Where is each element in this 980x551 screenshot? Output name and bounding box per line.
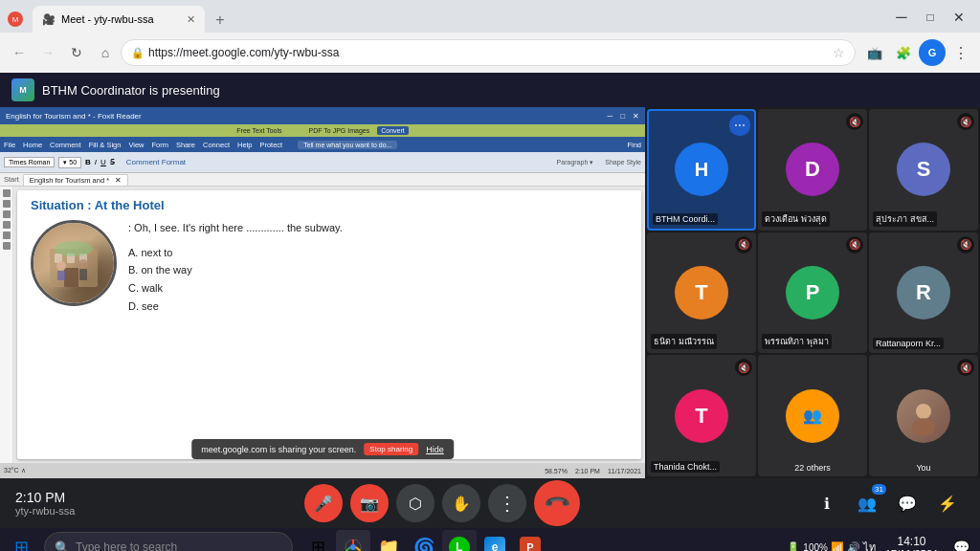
- find-button[interactable]: Find: [627, 141, 641, 149]
- info-button[interactable]: ℹ: [810, 486, 844, 520]
- menu-file[interactable]: File: [4, 141, 15, 149]
- participant-name-22others: 22 others: [794, 463, 831, 473]
- italic-button[interactable]: I: [95, 158, 97, 166]
- participant-options-icon[interactable]: ⋯: [729, 115, 750, 136]
- hide-link[interactable]: Hide: [426, 445, 444, 454]
- taskbar-app-edge[interactable]: 🌀: [407, 530, 441, 551]
- participant-muted-you: 🔇: [957, 359, 974, 376]
- word-document: English for Tourism and * - Foxit Reader…: [0, 107, 645, 478]
- word-page: Situation : At the Hotel: [0, 187, 645, 463]
- new-tab-button[interactable]: +: [207, 8, 234, 33]
- browser-navbar: ← → ↻ ⌂ 🔒 https://meet.google.com/yty-rw…: [0, 33, 980, 73]
- tool-icon-5[interactable]: [3, 231, 11, 239]
- hotel-image: [31, 220, 117, 306]
- participant-tile-bthm[interactable]: H ⋯ BTHM Coordi...: [647, 109, 756, 231]
- participant-avatar-p: P: [786, 266, 839, 320]
- cast-button[interactable]: 📺: [861, 39, 888, 66]
- more-options-button[interactable]: ⋮: [947, 39, 974, 66]
- strikethrough-button[interactable]: S̶: [110, 158, 115, 166]
- mute-button[interactable]: 🎤: [304, 484, 343, 522]
- present-button[interactable]: ⬡: [396, 484, 434, 522]
- address-bar[interactable]: 🔒 https://meet.google.com/yty-rwbu-ssa ☆: [121, 39, 856, 66]
- slide-text-area: : Oh, I see. It's right here ...........…: [128, 220, 628, 315]
- font-size-selector[interactable]: ▾ 50: [58, 157, 81, 168]
- end-call-button[interactable]: 📞: [524, 471, 590, 536]
- menu-connect[interactable]: Connect: [203, 141, 230, 149]
- participant-tile-thanida[interactable]: T 🔇 Thanida Chokt...: [647, 355, 756, 476]
- profile-button[interactable]: G: [919, 39, 946, 66]
- start-button[interactable]: ⊞: [2, 528, 40, 551]
- menu-home[interactable]: Home: [23, 141, 42, 149]
- taskbar-app-edge2[interactable]: e: [478, 530, 512, 551]
- tab-close-button[interactable]: ✕: [187, 13, 195, 26]
- more-options-meet-button[interactable]: ⋮: [488, 484, 526, 522]
- menu-protect[interactable]: Protect: [259, 141, 282, 149]
- font-selector[interactable]: Times Roman: [4, 157, 55, 167]
- tool-icon-2[interactable]: [3, 200, 11, 208]
- participant-avatar-d: D: [786, 143, 839, 196]
- maximize-button[interactable]: □: [917, 8, 944, 27]
- participant-tile-p[interactable]: P 🔇 พรรณทิภา พุลมา: [758, 232, 867, 354]
- convert-button[interactable]: Convert: [377, 126, 409, 135]
- participant-muted-p: 🔇: [846, 236, 863, 253]
- activities-button[interactable]: ⚡: [930, 486, 965, 520]
- taskbar-app-file-explorer[interactable]: 📁: [371, 530, 406, 551]
- raise-hand-button[interactable]: ✋: [442, 484, 480, 522]
- participant-tile-t[interactable]: T 🔇 ธนิดา มณีวรรณ: [647, 232, 756, 354]
- tab-title: Meet - yty-rwbu-ssa: [61, 13, 181, 25]
- clock-area[interactable]: 14:10 17/11/2564: [880, 535, 944, 551]
- nav-forward-button[interactable]: →: [34, 39, 61, 66]
- tell-me-box[interactable]: Tell me what you want to do...: [298, 141, 397, 149]
- slide-body-content: : Oh, I see. It's right here ...........…: [31, 220, 628, 315]
- svg-rect-4: [64, 268, 78, 287]
- menu-comment[interactable]: Comment: [50, 141, 81, 149]
- taskbar-app-powerpoint[interactable]: P: [513, 530, 547, 551]
- participant-tile-r[interactable]: R 🔇 Rattanaporn Kr...: [869, 232, 978, 354]
- meeting-controls-center: 🎤 📷 ⬡ ✋ ⋮ 📞: [304, 480, 580, 526]
- minimize-button[interactable]: ─: [888, 8, 915, 27]
- tool-icon-3[interactable]: [3, 210, 11, 218]
- meeting-time: 2:10 PM: [15, 490, 75, 505]
- slide-question: : Oh, I see. It's right here ...........…: [128, 220, 628, 236]
- close-button[interactable]: ✕: [946, 8, 972, 27]
- camera-button[interactable]: 📷: [350, 484, 389, 522]
- underline-button[interactable]: U: [100, 158, 106, 166]
- taskbar-search-bar[interactable]: 🔍 Type here to search: [44, 532, 293, 551]
- word-window-controls: ─□✕: [607, 112, 639, 121]
- nav-back-button[interactable]: ←: [6, 39, 33, 66]
- browser-chrome: M 🎥 Meet - yty-rwbu-ssa ✕ + ─ □ ✕ ← → ↻ …: [0, 0, 980, 73]
- menu-share[interactable]: Share: [176, 141, 195, 149]
- notification-button[interactable]: 💬: [947, 534, 974, 551]
- doc-tab-active[interactable]: English for Tourism and * ✕: [23, 174, 128, 186]
- comment-format-label: Comment Format: [126, 158, 186, 166]
- menu-fill-sign[interactable]: Fill & Sign: [89, 141, 122, 149]
- tool-icon-1[interactable]: [3, 189, 11, 197]
- participant-tile-you[interactable]: 🔇 You: [869, 355, 978, 476]
- word-titlebar: English for Tourism and * - Foxit Reader…: [0, 107, 645, 124]
- participant-tile-d[interactable]: D 🔇 ดวงเดือน พ่วงสุด: [758, 109, 867, 231]
- menu-help[interactable]: Help: [237, 141, 252, 149]
- bold-button[interactable]: B: [85, 158, 91, 166]
- taskbar-app-chrome[interactable]: [336, 530, 370, 551]
- menu-form[interactable]: Form: [152, 141, 169, 149]
- tool-icon-4[interactable]: [3, 221, 11, 229]
- participant-muted-thanida: 🔇: [735, 359, 752, 376]
- doc-tab-close[interactable]: ✕: [115, 176, 122, 185]
- participant-tile-22others[interactable]: 👥 22 others: [758, 355, 867, 476]
- url-text: https://meet.google.com/yty-rwbu-ssa: [148, 46, 339, 59]
- taskbar-app-windows[interactable]: ⊞: [301, 530, 335, 551]
- nav-refresh-button[interactable]: ↻: [63, 39, 90, 66]
- browser-tab-active[interactable]: 🎥 Meet - yty-rwbu-ssa ✕: [33, 6, 205, 33]
- participant-name-s: สุประภา สขส...: [873, 211, 937, 227]
- people-button[interactable]: 👥 31: [850, 486, 884, 520]
- start-tab[interactable]: Start: [4, 175, 19, 184]
- tool-icon-6[interactable]: [3, 242, 11, 250]
- extension-button[interactable]: 🧩: [890, 39, 917, 66]
- menu-view[interactable]: View: [128, 141, 144, 149]
- stop-sharing-button[interactable]: Stop sharing: [364, 443, 418, 455]
- chat-button[interactable]: 💬: [890, 486, 924, 520]
- taskbar-app-line[interactable]: L: [442, 530, 477, 551]
- star-icon[interactable]: ☆: [833, 45, 845, 60]
- nav-home-button[interactable]: ⌂: [92, 39, 119, 66]
- participant-tile-s[interactable]: S 🔇 สุประภา สขส...: [869, 109, 978, 231]
